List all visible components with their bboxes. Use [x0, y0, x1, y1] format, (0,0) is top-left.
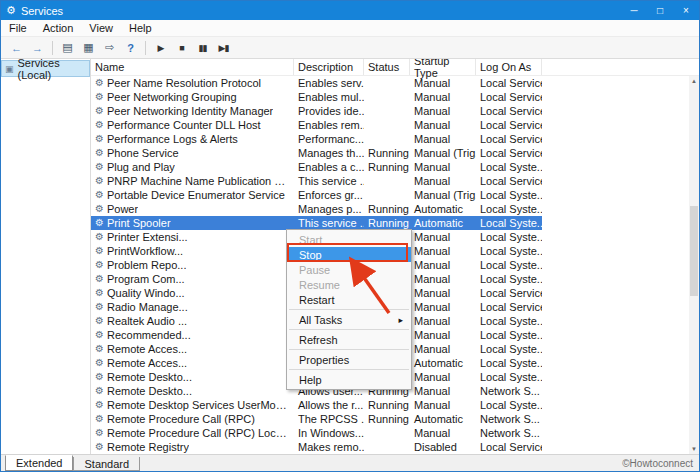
menu-action[interactable]: Action	[35, 22, 82, 34]
service-gear-icon: ⚙	[95, 106, 104, 116]
service-description-cell: Allows the r...	[294, 398, 364, 412]
column-header-description[interactable]: Description	[294, 59, 364, 75]
column-header-startup-type[interactable]: Startup Type	[410, 59, 476, 75]
context-menu-item-label: Help	[299, 374, 322, 386]
context-menu-item-all-tasks[interactable]: All Tasks▸	[287, 312, 411, 327]
table-row[interactable]: ⚙PNRP Machine Name Publication ServiceTh…	[91, 174, 542, 188]
properties-icon[interactable]: ▦	[79, 39, 98, 57]
service-name: Problem Repo...	[107, 259, 186, 271]
service-status-cell	[364, 426, 410, 440]
service-status-cell: Running	[364, 202, 410, 216]
table-row[interactable]: ⚙PowerManages p...RunningAutomaticLocal …	[91, 202, 542, 216]
service-startup-type-cell: Automatic	[410, 202, 476, 216]
close-button[interactable]: ×	[673, 1, 699, 20]
service-logon-cell: Network S...	[476, 426, 542, 440]
scroll-up-icon[interactable]: ▲	[691, 76, 697, 86]
context-menu-item-stop[interactable]: Stop	[287, 247, 411, 262]
pause-service-icon[interactable]: ▮▮	[193, 39, 212, 57]
forward-icon[interactable]: →	[28, 39, 47, 57]
status-bar: Extended Standard ©Howtoconnect	[1, 454, 699, 471]
table-row[interactable]: ⚙Peer Networking Identity ManagerProvide…	[91, 104, 542, 118]
table-row[interactable]: ⚙Plug and PlayEnables a c...RunningManua…	[91, 160, 542, 174]
context-menu-item-restart[interactable]: Restart	[287, 292, 411, 307]
service-startup-type-cell: Manual (Trig...	[410, 188, 476, 202]
service-name-cell: ⚙Peer Networking Grouping	[91, 90, 294, 104]
service-description-cell: Makes remo...	[294, 440, 364, 454]
table-row[interactable]: ⚙Remote RegistryMakes remo...DisabledLoc…	[91, 440, 542, 454]
table-row[interactable]: ⚙Performance Counter DLL HostEnables rem…	[91, 118, 542, 132]
service-logon-cell: Local Syste...	[476, 342, 542, 356]
context-menu-item-label: Refresh	[299, 334, 338, 346]
service-name: Peer Networking Grouping	[107, 91, 237, 103]
table-row[interactable]: ⚙Peer Networking GroupingEnables mul...M…	[91, 90, 542, 104]
scrollbar-track[interactable]	[689, 86, 699, 444]
sidebar-item-services-local[interactable]: ▣ Services (Local)	[1, 60, 90, 77]
services-app-icon: ⚙	[6, 5, 16, 16]
table-row[interactable]: ⚙Phone ServiceManages th...RunningManual…	[91, 146, 542, 160]
show-console-tree-icon[interactable]: ▤	[58, 39, 77, 57]
service-gear-icon: ⚙	[95, 232, 104, 242]
column-header-status[interactable]: Status	[364, 59, 410, 75]
service-name-cell: ⚙Remote Deskto...	[91, 384, 294, 398]
table-row[interactable]: ⚙Remote Procedure Call (RPC) LocatorIn W…	[91, 426, 542, 440]
context-menu-item-label: Properties	[299, 354, 349, 366]
service-gear-icon: ⚙	[95, 386, 104, 396]
context-menu-separator	[289, 329, 409, 330]
scrollbar-thumb[interactable]	[690, 206, 698, 296]
window-controls: ─ □ ×	[621, 1, 699, 20]
service-gear-icon: ⚙	[95, 246, 104, 256]
tab-standard[interactable]: Standard	[73, 457, 140, 471]
service-gear-icon: ⚙	[95, 218, 104, 228]
service-gear-icon: ⚙	[95, 260, 104, 270]
context-menu-item-label: Restart	[299, 294, 334, 306]
service-startup-type-cell: Manual	[410, 160, 476, 174]
service-name-cell: ⚙Phone Service	[91, 146, 294, 160]
menu-view[interactable]: View	[81, 22, 121, 34]
context-menu-item-properties[interactable]: Properties	[287, 352, 411, 367]
service-startup-type-cell: Automatic	[410, 216, 476, 230]
console-node-icon: ▣	[5, 64, 14, 74]
table-row[interactable]: ⚙Performance Logs & AlertsPerformanc...M…	[91, 132, 542, 146]
service-name: Printer Extensi...	[107, 231, 188, 243]
table-row[interactable]: ⚙Peer Name Resolution ProtocolEnables se…	[91, 76, 542, 90]
table-row[interactable]: ⚙Print SpoolerThis service ...RunningAut…	[91, 216, 542, 230]
restart-service-icon[interactable]: ▶▮	[214, 39, 233, 57]
service-startup-type-cell: Manual	[410, 342, 476, 356]
column-header-log-on-as[interactable]: Log On As	[476, 59, 542, 75]
vertical-scrollbar[interactable]: ▲ ▼	[689, 76, 699, 454]
service-logon-cell: Local Syste...	[476, 356, 542, 370]
menu-file[interactable]: File	[1, 22, 35, 34]
table-row[interactable]: ⚙Remote Procedure Call (RPC)The RPCSS ..…	[91, 412, 542, 426]
service-gear-icon: ⚙	[95, 288, 104, 298]
column-header-name[interactable]: Name	[91, 59, 294, 75]
service-status-cell	[364, 118, 410, 132]
service-name-cell: ⚙Print Spooler	[91, 216, 294, 230]
service-startup-type-cell: Manual	[410, 384, 476, 398]
service-name: Peer Name Resolution Protocol	[107, 77, 261, 89]
stop-service-icon[interactable]: ■	[172, 39, 191, 57]
tab-extended[interactable]: Extended	[5, 455, 73, 471]
service-gear-icon: ⚙	[95, 274, 104, 284]
service-logon-cell: Local Syste...	[476, 370, 542, 384]
service-name-cell: ⚙Radio Manage...	[91, 300, 294, 314]
menu-help[interactable]: Help	[121, 22, 160, 34]
start-service-icon[interactable]: ▶	[151, 39, 170, 57]
scroll-down-icon[interactable]: ▼	[691, 444, 697, 454]
table-row[interactable]: ⚙Remote Desktop Services UserMode Port R…	[91, 398, 542, 412]
context-menu-item-help[interactable]: Help	[287, 372, 411, 387]
service-name: PrintWorkflow...	[107, 245, 183, 257]
export-list-icon[interactable]: ⇨	[100, 39, 119, 57]
maximize-button[interactable]: □	[647, 1, 673, 20]
context-menu-item-refresh[interactable]: Refresh	[287, 332, 411, 347]
service-startup-type-cell: Manual	[410, 90, 476, 104]
back-icon[interactable]: ←	[7, 39, 26, 57]
title-bar: ⚙ Services ─ □ ×	[1, 1, 699, 20]
service-logon-cell: Local Service	[476, 174, 542, 188]
service-name-cell: ⚙Peer Name Resolution Protocol	[91, 76, 294, 90]
table-row[interactable]: ⚙Portable Device Enumerator ServiceEnfor…	[91, 188, 542, 202]
service-name: Peer Networking Identity Manager	[107, 105, 273, 117]
minimize-button[interactable]: ─	[621, 1, 647, 20]
service-logon-cell: Local Service	[476, 118, 542, 132]
service-gear-icon: ⚙	[95, 190, 104, 200]
help-icon[interactable]: ?	[121, 39, 140, 57]
